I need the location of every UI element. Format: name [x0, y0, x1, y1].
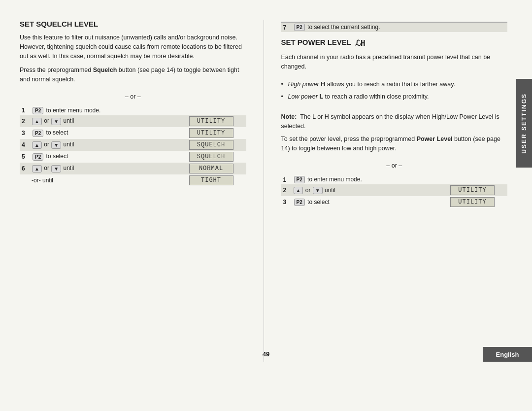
right-column: 7 P2 to select the current setting. SET …	[281, 20, 508, 362]
step-num: 1	[281, 175, 291, 184]
user-settings-tab: USER SETTINGS	[516, 79, 532, 168]
power-level-heading: SET POWER LEVEL ℒ​H	[281, 38, 508, 48]
nav-up-button: ▲	[32, 118, 42, 125]
step-num: 3	[281, 196, 291, 208]
power-intro: Each channel in your radio has a predefi…	[281, 53, 508, 71]
step-instruction: P2 to select the current setting.	[291, 22, 508, 32]
squelch-heading: SET SQUELCH LEVEL	[20, 20, 246, 28]
column-divider	[264, 20, 264, 362]
p2-button: P2	[294, 176, 305, 183]
table-row: 3 P2 to select UTILITY	[281, 196, 508, 208]
content-area: SET SQUELCH LEVEL Use this feature to fi…	[20, 20, 507, 362]
nav-down-button: ▼	[51, 141, 61, 149]
table-row: 4 ▲ or ▼ until SQUELCH	[20, 139, 246, 151]
nav-down-button: ▼	[51, 118, 61, 125]
step-display: TIGHT	[187, 174, 246, 186]
step-instruction: ▲ or ▼ until	[30, 139, 187, 151]
table-row: 5 P2 to select SQUELCH	[20, 151, 246, 163]
nav-up-button: ▲	[32, 141, 42, 149]
step-display: NORMAL	[187, 163, 246, 174]
step-instruction: P2 to select	[291, 196, 449, 208]
nav-up-button: ▲	[32, 165, 42, 172]
step-instruction: ▲ or ▼ until	[291, 184, 449, 196]
step-num: 2	[20, 115, 30, 127]
step-num	[20, 174, 30, 186]
table-row: 1 P2 to enter menu mode.	[20, 106, 246, 115]
step-num: 5	[20, 151, 30, 163]
step-num: 7	[281, 22, 291, 32]
step-num: 6	[20, 163, 30, 174]
step-num: 3	[20, 127, 30, 139]
table-row: 6 ▲ or ▼ until NORMAL	[20, 163, 246, 174]
power-steps-table: 1 P2 to enter menu mode. 2 ▲ or ▼	[281, 175, 508, 208]
list-item: High power H allows you to reach a radio…	[281, 80, 508, 89]
table-row: -or- until TIGHT	[20, 174, 246, 186]
power-bullets: High power H allows you to reach a radio…	[281, 80, 508, 104]
step-display: UTILITY	[187, 127, 246, 139]
step7-table: 7 P2 to select the current setting.	[281, 22, 508, 32]
table-row: 2 ▲ or ▼ until UTILITY	[281, 184, 508, 196]
p2-button: P2	[294, 199, 305, 206]
step-num: 1	[20, 106, 30, 115]
nav-up-button: ▲	[294, 187, 303, 194]
table-row: 2 ▲ or ▼ until UTILITY	[20, 115, 246, 127]
step-display	[187, 106, 246, 115]
table-row: 3 P2 to select UTILITY	[20, 127, 246, 139]
step-instruction: P2 to enter menu mode.	[30, 106, 187, 115]
nav-down-button: ▼	[51, 165, 61, 172]
p2-button: P2	[33, 153, 43, 161]
table-row: 1 P2 to enter menu mode.	[281, 175, 508, 184]
or-separator-right: – or –	[281, 162, 508, 169]
page: USER SETTINGS English 49 SET SQUELCH LEV…	[0, 0, 532, 411]
step-instruction: P2 to enter menu mode.	[291, 175, 449, 184]
user-settings-label: USER SETTINGS	[521, 93, 528, 154]
left-column: SET SQUELCH LEVEL Use this feature to fi…	[20, 20, 246, 362]
step-display: UTILITY	[448, 196, 507, 208]
step-instruction: P2 to select	[30, 127, 187, 139]
note-block: Note: The L or H symbol appears on the d…	[281, 112, 508, 131]
list-item: Low power L to reach a radio within clos…	[281, 92, 508, 102]
squelch-intro: Use this feature to filter out nuisance …	[20, 33, 246, 61]
nav-down-button: ▼	[313, 187, 323, 194]
squelch-steps-table: 1 P2 to enter menu mode. 2 ▲ or ▼	[20, 106, 246, 186]
step-instruction: ▲ or ▼ until	[30, 115, 187, 127]
step-instruction: -or- until	[30, 174, 187, 186]
step-instruction: P2 to select	[30, 151, 187, 163]
p2-button: P2	[33, 107, 43, 114]
step-num: 4	[20, 139, 30, 151]
power-body-text: To set the power level, press the prepro…	[281, 135, 508, 153]
squelch-press-text: Press the preprogrammed Squelch button (…	[20, 66, 246, 84]
step-instruction: ▲ or ▼ until	[30, 163, 187, 174]
step-display	[448, 175, 507, 184]
p2-button: P2	[294, 24, 305, 31]
step-num: 2	[281, 184, 291, 196]
p2-button: P2	[33, 130, 43, 137]
step-display: UTILITY	[448, 184, 507, 196]
or-separator-left: – or –	[20, 93, 246, 100]
step-display: UTILITY	[187, 115, 246, 127]
step-display: SQUELCH	[187, 151, 246, 163]
step-display: SQUELCH	[187, 139, 246, 151]
table-row: 7 P2 to select the current setting.	[281, 22, 508, 32]
